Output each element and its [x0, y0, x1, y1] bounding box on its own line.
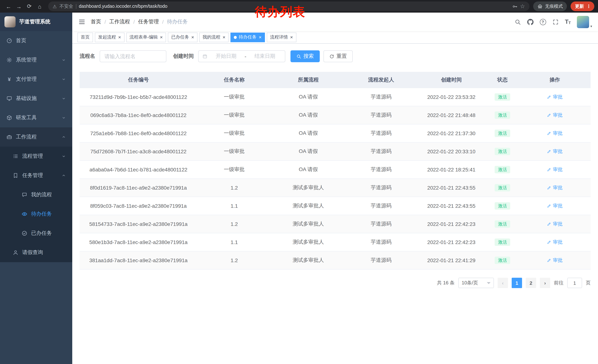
goto-page-input[interactable] [567, 278, 582, 288]
tab-form-edit[interactable]: 流程表单-编辑 × [126, 32, 166, 42]
browser-menu-dots-icon[interactable]: ⋮ [587, 4, 591, 9]
url-text[interactable]: dashboard.yudao.iocoder.cn/bpm/task/todo [79, 4, 167, 9]
approve-label: 审批 [553, 148, 563, 155]
approve-link[interactable]: 审批 [547, 257, 563, 264]
sidebar-item-leave-query[interactable]: 请假查询 [0, 243, 72, 262]
home-icon[interactable]: ⌂ [35, 1, 44, 11]
sidebar-item-payment-mgmt[interactable]: ¥ 支付管理 [0, 70, 72, 89]
cell-process: 测试多审批人 [271, 179, 345, 197]
sidebar-item-todo-tasks[interactable]: 待办任务 [0, 204, 72, 224]
cell-process: 测试多审批人 [271, 197, 345, 215]
divider [76, 4, 76, 9]
process-name-label: 流程名 [80, 53, 95, 60]
cube-icon [6, 115, 12, 121]
reset-button[interactable]: 重置 [324, 50, 353, 62]
sidebar-item-dev-tools[interactable]: 研发工具 [0, 108, 72, 127]
back-icon[interactable]: ← [4, 1, 13, 11]
screen: ← → ⟳ ⌂ ⚠ 不安全 dashboard.yudao.iocoder.cn… [0, 0, 598, 364]
approve-link[interactable]: 审批 [547, 148, 563, 155]
approve-link[interactable]: 审批 [547, 94, 563, 100]
sidebar-item-done-tasks[interactable]: 已办任务 [0, 224, 72, 243]
page-button-2[interactable]: 2 [526, 278, 536, 288]
incognito-label: 无痕模式 [545, 3, 563, 9]
breadcrumb-item[interactable]: 首页 [91, 18, 101, 25]
close-icon[interactable]: × [259, 35, 262, 40]
tab-home[interactable]: 首页 [77, 32, 93, 42]
sidebar-item-workflow[interactable]: 工作流程 [0, 127, 72, 147]
sidebar-item-my-process[interactable]: 我的流程 [0, 185, 72, 204]
search-icon[interactable] [515, 19, 521, 25]
hamburger-icon[interactable] [78, 18, 86, 25]
cell-task-id: 725a1eb6-7b88-11ec-8ef0-acde48001122 [80, 124, 197, 142]
approve-link[interactable]: 审批 [547, 166, 563, 173]
search-button[interactable]: 搜索 [291, 50, 320, 62]
page-size-select[interactable]: 10条/页 [458, 278, 494, 288]
breadcrumb-item[interactable]: 任务管理 [138, 18, 159, 25]
font-size-icon[interactable]: TT [565, 19, 571, 25]
table-row: 58154733-7ac8-11ec-a9e2-a2380e71991a 1.2… [80, 215, 590, 233]
gauge-icon [6, 38, 12, 44]
user-menu[interactable]: ▾ [577, 16, 592, 28]
process-name-input[interactable] [100, 50, 166, 62]
security-label[interactable]: 不安全 [59, 3, 73, 9]
approve-label: 审批 [553, 94, 563, 100]
close-icon[interactable]: × [223, 35, 225, 40]
close-icon[interactable]: × [290, 35, 293, 40]
cell-process: OA 请假 [271, 124, 345, 142]
github-icon[interactable] [527, 19, 533, 25]
reload-icon[interactable]: ⟳ [25, 1, 34, 11]
tab-process-detail[interactable]: 流程详情 × [267, 32, 296, 42]
calendar-icon [202, 54, 208, 59]
app-logo-row: 芋道管理系统 [0, 13, 72, 31]
tab-todo-tasks[interactable]: 待办任务 × [231, 32, 265, 42]
sidebar-item-system-mgmt[interactable]: 系统管理 [0, 50, 72, 70]
edit-icon [547, 167, 551, 172]
close-icon[interactable]: × [160, 35, 163, 40]
breadcrumb-item[interactable]: 工作流程 [109, 18, 130, 25]
fullscreen-icon[interactable] [552, 19, 558, 25]
end-date-placeholder[interactable]: 结束日期 [249, 53, 281, 60]
sidebar-item-infrastructure[interactable]: 基础设施 [0, 89, 72, 108]
forward-icon[interactable]: → [14, 1, 24, 11]
date-range-picker[interactable]: 开始日期 - 结束日期 [198, 50, 285, 62]
approve-link[interactable]: 审批 [547, 184, 563, 191]
approve-link[interactable]: 审批 [547, 221, 563, 227]
table-row: 381aa1dd-7ac8-11ec-a9e2-a2380e71991a 1.2… [80, 251, 590, 270]
key-icon[interactable] [512, 4, 517, 9]
edit-icon [547, 240, 551, 244]
prev-page-button[interactable]: ‹ [498, 278, 508, 288]
page-button-1[interactable]: 1 [512, 278, 522, 288]
approve-link[interactable]: 审批 [547, 239, 563, 245]
warning-icon: ⚠ [53, 4, 57, 9]
cell-starter: 芋道源码 [345, 161, 417, 178]
cell-task-id: 381aa1dd-7ac8-11ec-a9e2-a2380e71991a [80, 251, 197, 269]
update-button[interactable]: 更新 ⋮ [571, 1, 594, 11]
close-icon[interactable]: × [191, 35, 194, 40]
sidebar-item-process-mgmt[interactable]: 流程管理 [0, 147, 72, 166]
sidebar-item-home[interactable]: 首页 [0, 31, 72, 50]
approve-link[interactable]: 审批 [547, 112, 563, 119]
approve-link[interactable]: 审批 [547, 130, 563, 137]
help-icon[interactable]: ? [540, 19, 546, 25]
start-date-placeholder[interactable]: 开始日期 [210, 53, 242, 60]
cell-task-name: 1.1 [197, 233, 271, 251]
tab-done-tasks[interactable]: 已办任务 × [168, 32, 197, 42]
close-icon[interactable]: × [118, 35, 121, 40]
cell-create-time: 2022-01-21 22:43:55 [417, 197, 486, 215]
sidebar-item-task-mgmt[interactable]: 任务管理 [0, 166, 72, 185]
reset-button-label: 重置 [336, 53, 347, 60]
tab-start-process[interactable]: 发起流程 × [95, 32, 124, 42]
column-header: 状态 [486, 72, 519, 88]
cell-process: OA 请假 [271, 88, 345, 106]
avatar[interactable] [577, 16, 589, 28]
address-bar[interactable]: ⚠ 不安全 dashboard.yudao.iocoder.cn/bpm/tas… [48, 1, 530, 11]
eye-icon [22, 211, 27, 217]
approve-link[interactable]: 审批 [547, 202, 563, 209]
status-badge: 激活 [495, 166, 510, 173]
bookmark-star-icon[interactable]: ☆ [520, 3, 525, 10]
next-page-button[interactable]: › [540, 278, 550, 288]
sidebar: 芋道管理系统 首页 系统管理 ¥ 支付管理 基础设施 [0, 13, 72, 364]
incognito-icon [537, 4, 543, 9]
cell-task-name: 1.1 [197, 197, 271, 215]
tab-my-process[interactable]: 我的流程 × [199, 32, 229, 42]
